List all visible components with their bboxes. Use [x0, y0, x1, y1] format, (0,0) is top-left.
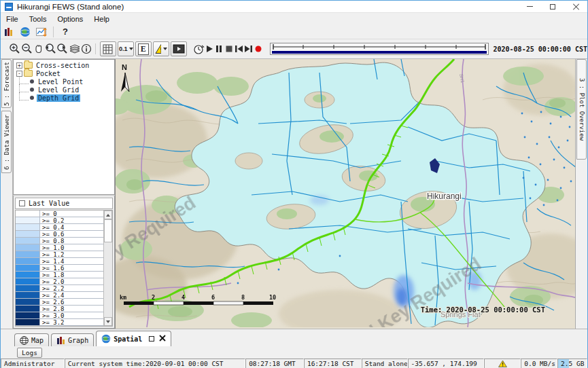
chevron-down-icon: [163, 48, 167, 50]
tree-item-level-grid[interactable]: Level Grid: [14, 86, 114, 94]
status-bar: Administrator Current system time:2020-0…: [1, 358, 587, 368]
status-memory: 2.5 GB: [557, 358, 587, 368]
svg-text:6: 6: [211, 294, 215, 301]
globe-icon[interactable]: [17, 25, 33, 39]
tab-plot-overview[interactable]: 3 : Plot Overview: [576, 59, 587, 160]
menu-file[interactable]: File: [1, 14, 24, 24]
tree-item-pocket[interactable]: - Pocket: [14, 69, 114, 77]
animation-button[interactable]: [171, 41, 187, 56]
logs-button[interactable]: Logs: [17, 348, 42, 358]
minimize-icon: [527, 6, 533, 7]
last-value-option[interactable]: Last Value: [15, 198, 113, 209]
legend-color: [16, 224, 40, 230]
timer-icon[interactable]: [193, 41, 205, 57]
toolbar-separator: [53, 26, 54, 37]
tab-maximize-icon[interactable]: [149, 336, 154, 342]
close-button[interactable]: [564, 1, 587, 12]
legend-row: >= 1.2: [16, 251, 103, 258]
legend-color: [16, 244, 40, 251]
tab-map[interactable]: Map: [14, 333, 49, 346]
layers-icon[interactable]: [69, 41, 81, 57]
legend-row: >= 0.4: [16, 224, 103, 231]
tree-item-depth-grid[interactable]: Depth Grid: [14, 94, 114, 102]
bullet-icon: [30, 79, 34, 84]
tab-data-viewer[interactable]: 6 : Data Viewer: [1, 111, 12, 173]
bar-chart-icon: [56, 336, 65, 345]
tree-connector: [19, 76, 29, 84]
tree-connector: [19, 84, 29, 92]
grid-icon[interactable]: [100, 41, 116, 56]
menu-options[interactable]: Options: [52, 14, 88, 24]
legend-row: >= 2.0: [16, 278, 103, 285]
legend-color: [16, 231, 40, 237]
logs-row: Logs: [1, 346, 587, 358]
status-gmt-time: 08:27:18 GMT: [245, 358, 304, 368]
layer-tree: + Cross-section - Pocket Level Point: [13, 59, 115, 195]
record-button[interactable]: [254, 41, 263, 57]
legend-color: [16, 312, 40, 318]
last-value-checkbox[interactable]: [19, 200, 25, 206]
label-button[interactable]: E: [135, 41, 152, 56]
threshold-interval-button[interactable]: 0.1: [118, 41, 134, 56]
legend-row: >= 1.6: [16, 265, 103, 272]
tab-spatial[interactable]: Spatial: [96, 331, 171, 346]
status-warning-cell[interactable]: [484, 358, 521, 368]
warning-dropdown[interactable]: [153, 41, 169, 56]
scroll-up-icon[interactable]: [104, 210, 112, 219]
svg-text:N: N: [122, 63, 127, 71]
step-back-button[interactable]: [234, 41, 243, 57]
help-icon[interactable]: ?: [57, 26, 73, 37]
expand-icon[interactable]: +: [16, 62, 22, 69]
window-title: Hikurangi FEWS (Stand alone): [17, 3, 124, 11]
minimize-button[interactable]: [518, 1, 541, 12]
svg-text:2: 2: [152, 294, 155, 301]
database-icon[interactable]: [1, 25, 17, 39]
legend-scrollbar[interactable]: [103, 210, 112, 326]
legend-row: >= 0: [16, 210, 103, 217]
pan-hand-icon[interactable]: [33, 41, 44, 57]
zoom-out-icon[interactable]: [21, 41, 33, 57]
legend-row: >= 0.2: [16, 217, 103, 224]
legend-color: [16, 265, 40, 271]
zoom-next-icon[interactable]: [56, 41, 69, 57]
status-mode: Stand alone: [362, 358, 408, 368]
zoom-in-icon[interactable]: [9, 41, 21, 57]
map-viewport[interactable]: API Key Required API Key Required Hikura…: [115, 59, 576, 329]
step-forward-button[interactable]: [244, 41, 254, 57]
status-system-time: Current system time:2020-09-01 00:00 CST: [65, 358, 245, 368]
content-area: 5 : Forecast 6 : Data Viewer + Cross-sec…: [1, 59, 587, 329]
title-bar: Hikurangi FEWS (Stand alone): [1, 1, 587, 13]
menu-tools[interactable]: Tools: [24, 14, 52, 24]
tree-item-level-point[interactable]: Level Point: [14, 77, 114, 86]
scrollbar-thumb[interactable]: [104, 219, 112, 242]
zoom-previous-icon[interactable]: [44, 41, 56, 57]
maximize-button[interactable]: [541, 1, 564, 12]
tab-forecast[interactable]: 5 : Forecast: [1, 59, 12, 108]
warning-icon: [498, 360, 507, 367]
status-local-time: 16:27:18 CST: [304, 358, 362, 368]
map-toolbar: 0.1 E: [1, 39, 587, 59]
bullet-icon: [30, 96, 34, 100]
svg-text:km: km: [120, 294, 126, 301]
legend-color: [16, 299, 40, 305]
play-button[interactable]: [205, 41, 214, 57]
svg-text:10: 10: [269, 294, 276, 301]
legend-panel: Last Value >= 0 >= 0.2 >= 0.4 >= 0.6 >= …: [13, 195, 115, 329]
tab-graph[interactable]: Graph: [51, 333, 94, 346]
timeline-slider[interactable]: [270, 43, 489, 55]
menu-help[interactable]: Help: [88, 14, 115, 24]
legend-row: >= 1.4: [16, 258, 103, 265]
scroll-down-icon[interactable]: [104, 317, 112, 326]
info-icon[interactable]: [81, 41, 92, 57]
legend-color: [16, 210, 40, 217]
bullet-icon: [30, 88, 34, 92]
timeseries-icon[interactable]: [33, 25, 50, 39]
legend-color: [16, 306, 40, 312]
legend-color: [16, 238, 40, 244]
stop-button[interactable]: [224, 41, 234, 57]
legend-row: >= 1.0: [16, 244, 103, 251]
legend-row: >= 1.8: [16, 272, 103, 278]
pause-button[interactable]: [214, 41, 224, 57]
tab-close-icon[interactable]: [159, 335, 166, 344]
left-tab-strip: 5 : Forecast 6 : Data Viewer: [1, 59, 12, 329]
